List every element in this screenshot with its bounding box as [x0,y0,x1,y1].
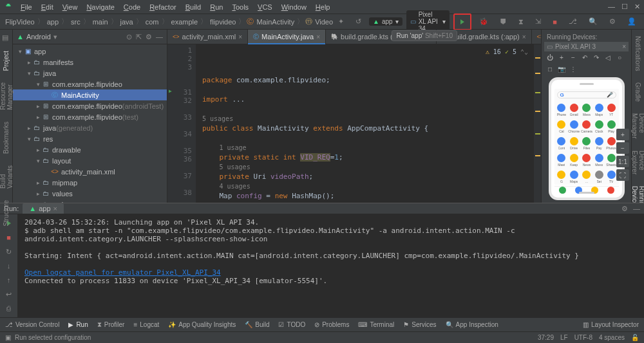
app-icon[interactable]: Mess [581,102,592,118]
compass-icon[interactable]: ✦ [334,16,348,28]
tool-app-inspection[interactable]: 🔍 App Inspection [446,321,498,328]
rotate-right-icon[interactable]: ↷ [592,53,601,62]
up-icon[interactable]: ↑ [4,275,14,285]
app-icon[interactable]: Files [581,136,592,151]
app-icon[interactable]: Phone [556,102,567,118]
error-stripe[interactable] [533,44,541,203]
status-item[interactable]: LF [560,334,568,341]
bookmarks-tool-button[interactable]: Bookmarks [3,119,10,156]
app-icon[interactable]: Mess [594,153,605,168]
app-icon[interactable]: Play [606,119,617,134]
menu-view[interactable]: View [59,2,82,12]
app-icon[interactable]: Clock [594,119,605,134]
tree-item-activity-main-xml[interactable]: <>activity_main.xml [13,166,167,177]
app-icon[interactable]: Drive [568,136,580,151]
run-button[interactable] [457,16,468,28]
tool-profiler[interactable]: ⧗ Profiler [97,321,125,329]
debug-button[interactable]: 🐞 [475,16,492,28]
device-explorer-tool-button[interactable]: Device Explorer [631,148,645,177]
close-icon[interactable]: × [238,33,242,41]
breadcrumb-item[interactable]: example [170,18,200,26]
gear-icon[interactable]: ⚙ [621,205,628,213]
app-icon[interactable]: Gmail [568,102,580,118]
zoom-fit-button[interactable]: 1:1 [616,156,629,167]
home-icon[interactable]: ○ [615,53,624,62]
inspection-badge[interactable]: ⚠16 ✓5 ⌃⌄ [486,47,528,57]
tool-version-control[interactable]: ⎇ Version Control [5,321,59,328]
tree-item-com-example-flipvideo[interactable]: ▸⊞com.example.flipvideo (androidTest) [13,100,167,111]
tree-item-com-example-flipvideo[interactable]: ▾⊞com.example.flipvideo [13,79,167,89]
volume-down-icon[interactable]: − [569,53,578,62]
restart-button[interactable]: ↻ [4,246,14,257]
sync-icon[interactable]: ↺ [352,16,365,28]
notifications-tool-button[interactable]: Notifications [634,33,641,73]
menu-refactor[interactable]: Refactor [146,2,180,12]
app-grid[interactable]: PhoneGmailMessMapsYTCalChromeCameraClock… [554,101,619,186]
chevron-down-icon[interactable]: ▾ [26,136,32,142]
gear-icon[interactable]: ⚙ [146,33,152,41]
open-logcat-link[interactable]: Open logcat panel for emulator Pixel_XL_… [24,268,638,277]
screenshot-icon[interactable]: 📷 [557,64,566,73]
app-icon[interactable]: TV [606,169,617,185]
zoom-actual-button[interactable]: ⛶ [616,169,629,181]
tool-problems[interactable]: ⊘ Problems [314,321,349,328]
close-icon[interactable]: × [522,33,526,41]
app-icon[interactable]: G [556,169,567,185]
chevron-down-icon[interactable]: ▾ [53,33,57,41]
settings-icon[interactable]: ⚙ [605,16,620,28]
app-icon[interactable]: Camera [581,119,592,134]
menu-edit[interactable]: Edit [37,2,57,12]
chevron-right-icon[interactable]: ▸ [26,125,32,131]
chevron-down-icon[interactable]: ▾ [35,81,41,88]
app-icon[interactable]: Pay [594,136,605,151]
app-icon[interactable]: Cal [556,119,567,134]
git-branch-icon[interactable]: ⎇ [565,16,581,28]
tool-logcat[interactable]: ≡ Logcat [133,321,159,328]
menu-build[interactable]: Build [182,2,205,12]
editor-tab[interactable]: ⒸMainActivity.java× [248,30,326,44]
breadcrumb-item[interactable]: com [144,18,160,26]
power-icon[interactable]: ⏻ [545,53,554,62]
menu-window[interactable]: Window [278,2,310,12]
hide-icon[interactable]: — [633,205,640,213]
tool-services[interactable]: ⚑ Services [403,321,436,328]
tree-item-layout[interactable]: ▾🗀layout [13,155,167,166]
menu-tools[interactable]: Tools [228,2,252,12]
tree-item-java[interactable]: ▾🗀java [13,68,167,79]
app-icon[interactable]: Chrome [568,119,580,134]
down-icon[interactable]: ↓ [4,261,14,271]
chevron-down-icon[interactable]: ▾ [17,48,23,55]
run-tab[interactable]: ▲ app × [23,203,64,214]
resource-manager-icon[interactable]: ▤ [2,33,11,42]
soft-wrap-icon[interactable]: ↩ [4,289,14,299]
run-config-select[interactable]: ▲ app ▾ [369,17,402,26]
status-item[interactable]: 4 spaces [599,334,625,341]
menu-navigate[interactable]: Navigate [82,2,118,12]
hide-icon[interactable]: — [156,33,163,41]
breadcrumb-item[interactable]: java [119,18,135,26]
project-tool-button[interactable]: Project [3,48,10,73]
tool-app-quality-insights[interactable]: ✨ App Quality Insights [168,321,236,328]
structure-tool-button[interactable]: Structure [3,198,10,229]
back-icon[interactable]: ◁ [603,53,612,62]
chevron-right-icon[interactable]: ▸ [26,59,32,66]
tree-item-app[interactable]: ▾▣app [13,46,167,57]
stop-button[interactable]: ■ [4,232,14,243]
tree-item-com-example-flipvideo[interactable]: ▸⊞com.example.flipvideo (test) [13,111,167,122]
code-editor[interactable]: ⚠16 ✓5 ⌃⌄ package com.example.flipvideo;… [196,44,533,203]
status-item[interactable]: UTF-8 [574,334,592,341]
chevron-right-icon[interactable]: ▸ [35,103,41,109]
tree-item-manifests[interactable]: ▸🗀manifests [13,57,167,68]
tool-todo[interactable]: ☑ TODO [278,321,305,328]
zoom-in-button[interactable]: + [616,129,629,140]
close-icon[interactable]: × [316,33,320,41]
tree-item-mainactivity[interactable]: ⒸMainActivity [13,89,167,100]
app-icon[interactable]: YT [606,102,617,118]
chevron-right-icon[interactable]: ▸ [35,190,41,197]
filter-icon[interactable]: ⊙ [126,33,132,41]
stop-button[interactable]: ■ [549,16,561,28]
tree-item-res[interactable]: ▾🗀res [13,133,167,144]
menu-code[interactable]: Code [120,2,144,12]
app-icon[interactable]: Cont [556,136,567,151]
breadcrumb-item[interactable]: app [46,18,60,26]
